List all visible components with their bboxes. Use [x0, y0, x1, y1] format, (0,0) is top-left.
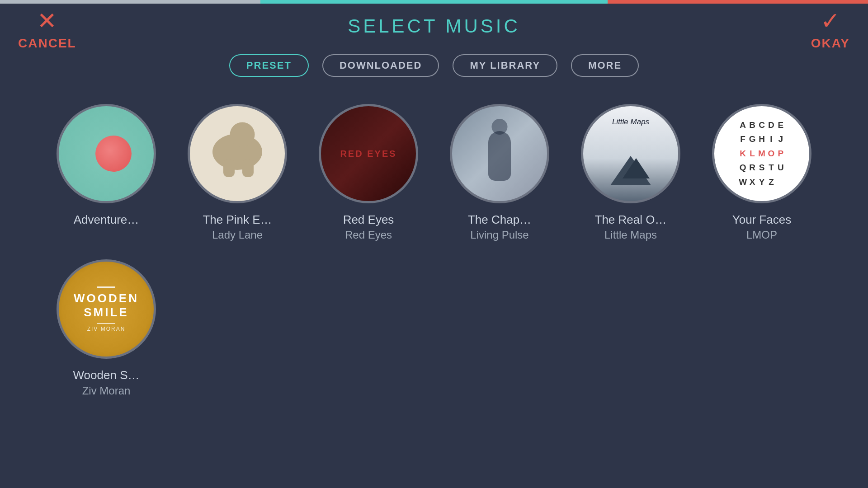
tab-downloaded[interactable]: DOWNLOADED [322, 54, 439, 77]
music-item-adventure[interactable]: Adventure… [54, 104, 158, 241]
album-art-wooden: WOODEN SMILE ZIV MORAN [57, 259, 156, 359]
item-title-adventure: Adventure… [74, 211, 139, 228]
item-subtitle-wooden: Ziv Moran [82, 385, 131, 397]
item-title-little-maps: The Real O… [595, 211, 667, 228]
music-item-pink[interactable]: The Pink E… Lady Lane [185, 104, 289, 241]
top-progress-bar [0, 0, 868, 4]
item-subtitle-pink: Lady Lane [212, 229, 263, 241]
music-item-red-eyes[interactable]: RED EYES Red Eyes Red Eyes [316, 104, 420, 241]
album-art-your-faces: ABCDE FGHIJ KLMOP QRSTU WXYZ [712, 104, 811, 203]
tab-more[interactable]: MORE [571, 54, 639, 77]
progress-segment-3 [608, 0, 868, 4]
item-subtitle-chap: Living Pulse [470, 229, 528, 241]
music-item-your-faces[interactable]: ABCDE FGHIJ KLMOP QRSTU WXYZ Your Faces … [710, 104, 814, 241]
cancel-icon: ✕ [37, 9, 57, 33]
tab-preset[interactable]: PRESET [229, 54, 309, 77]
check-icon: ✓ [821, 9, 840, 33]
item-subtitle-red-eyes: Red Eyes [345, 229, 392, 241]
cancel-button[interactable]: ✕ CANCEL [18, 9, 76, 51]
okay-label: OKAY [811, 36, 850, 51]
item-title-your-faces: Your Faces [732, 211, 792, 228]
tab-my-library[interactable]: MY LIBRARY [453, 54, 557, 77]
filter-tabs: PRESET DOWNLOADED MY LIBRARY MORE [0, 54, 868, 77]
music-item-chap[interactable]: The Chap… Living Pulse [448, 104, 552, 241]
music-grid: Adventure… The Pink E… Lady Lane RED EYE… [0, 95, 868, 406]
page-title: SELECT MUSIC [348, 15, 520, 37]
album-art-pink [188, 104, 287, 203]
item-title-pink: The Pink E… [203, 211, 272, 228]
music-item-little-maps[interactable]: Little Maps The Real O… Little Maps [579, 104, 683, 241]
item-title-red-eyes: Red Eyes [343, 211, 394, 228]
progress-segment-2 [260, 0, 608, 4]
album-art-adventure [57, 104, 156, 203]
header: SELECT MUSIC [0, 4, 868, 49]
album-art-red-eyes: RED EYES [319, 104, 418, 203]
album-art-little-maps: Little Maps [581, 104, 680, 203]
album-art-chap [450, 104, 549, 203]
item-title-wooden: Wooden S… [73, 367, 140, 383]
cancel-label: CANCEL [18, 36, 76, 51]
progress-segment-1 [0, 0, 260, 4]
item-subtitle-little-maps: Little Maps [604, 229, 657, 241]
okay-button[interactable]: ✓ OKAY [811, 9, 850, 51]
item-subtitle-your-faces: LMOP [746, 229, 777, 241]
item-title-chap: The Chap… [468, 211, 531, 228]
music-item-wooden[interactable]: WOODEN SMILE ZIV MORAN Wooden S… Ziv Mor… [54, 259, 158, 397]
